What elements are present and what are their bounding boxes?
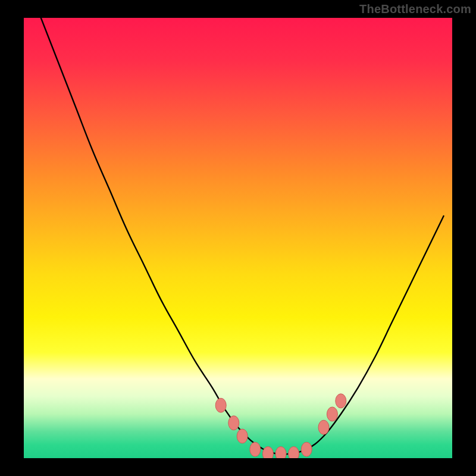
curve-marker <box>318 420 329 434</box>
chart-frame: TheBottleneck.com <box>0 0 476 476</box>
curve-marker <box>275 447 286 458</box>
curve-marker <box>215 398 226 412</box>
chart-svg <box>24 18 452 458</box>
curve-marker <box>237 429 248 443</box>
curve-marker <box>327 407 337 421</box>
curve-marker <box>262 447 273 458</box>
curve-marker <box>228 416 239 430</box>
curve-marker <box>250 442 261 456</box>
curve-markers <box>215 394 346 458</box>
bottleneck-curve <box>41 18 444 455</box>
curve-marker <box>336 394 346 408</box>
curve-marker <box>289 447 299 458</box>
plot-area <box>24 18 452 458</box>
curve-marker <box>301 442 312 456</box>
watermark-text: TheBottleneck.com <box>359 2 471 16</box>
